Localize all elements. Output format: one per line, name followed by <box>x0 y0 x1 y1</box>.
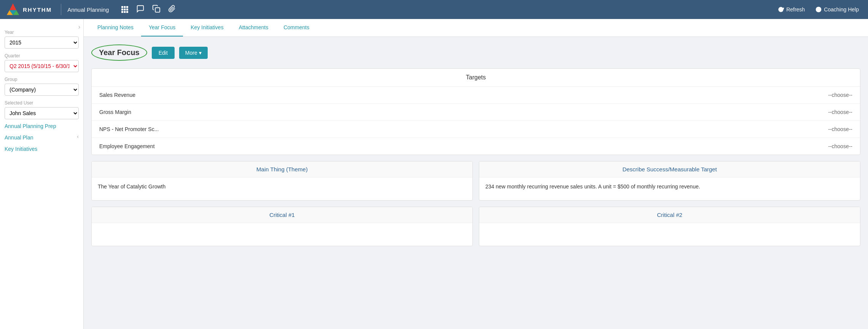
sidebar-item-key-initiatives[interactable]: Key Initiatives <box>5 142 79 153</box>
sidebar-collapse-button[interactable]: › <box>78 24 80 30</box>
logo-icon <box>6 3 20 16</box>
svg-marker-1 <box>10 3 16 10</box>
coaching-help-button[interactable]: Coaching Help <box>812 5 862 14</box>
year-focus-header: Year Focus Edit More ▾ <box>91 44 860 61</box>
main-thing-body: The Year of Catalytic Growth <box>92 177 472 200</box>
nav-divider <box>61 4 61 15</box>
main-content: Planning Notes Year Focus Key Initiative… <box>84 19 868 329</box>
svg-rect-12 <box>121 11 123 13</box>
target-value-sales-revenue[interactable]: --choose-- <box>828 92 852 98</box>
more-button[interactable]: More ▾ <box>179 47 208 59</box>
svg-rect-9 <box>121 9 123 11</box>
svg-rect-6 <box>121 6 123 8</box>
content-area: Year Focus Edit More ▾ Targets Sales Rev… <box>84 37 868 260</box>
describe-success-body: 234 new monthly recurring revenue sales … <box>479 177 860 200</box>
help-icon <box>816 6 822 13</box>
target-value-nps[interactable]: --choose-- <box>828 126 852 132</box>
table-row: NPS - Net Promoter Sc... --choose-- <box>92 121 860 138</box>
quarter-select[interactable]: Q2 2015 (5/10/15 - 6/30/15) <box>5 60 79 72</box>
main-thing-header: Main Thing (Theme) <box>92 161 472 177</box>
app-name: Annual Planning <box>67 6 109 13</box>
grid-icon[interactable] <box>119 4 130 15</box>
targets-header: Targets <box>92 69 860 87</box>
tab-comments[interactable]: Comments <box>276 19 317 36</box>
svg-rect-11 <box>126 9 128 11</box>
sidebar-item-annual-plan[interactable]: Annual Plan <box>5 131 33 142</box>
grid-svg <box>121 6 129 13</box>
copy-svg <box>152 5 161 13</box>
logo-area: RHYTHM <box>6 3 52 16</box>
selected-user-select[interactable]: John Sales <box>5 107 79 119</box>
refresh-button[interactable]: Refresh <box>775 5 808 14</box>
describe-success-card: Describe Success/Measurable Target 234 n… <box>479 161 860 201</box>
refresh-icon <box>778 6 784 13</box>
svg-rect-7 <box>124 6 126 8</box>
tab-attachments[interactable]: Attachments <box>231 19 276 36</box>
svg-rect-8 <box>126 6 128 8</box>
critical-1-header: Critical #1 <box>92 207 472 223</box>
critical-2-card: Critical #2 <box>479 207 860 246</box>
table-row: Sales Revenue --choose-- <box>92 87 860 104</box>
tab-planning-notes[interactable]: Planning Notes <box>90 19 141 36</box>
year-focus-title: Year Focus <box>91 44 147 61</box>
target-name-employee-engagement: Employee Engagement <box>99 143 828 149</box>
more-chevron-icon: ▾ <box>199 50 202 56</box>
chat-svg <box>136 5 145 13</box>
group-select[interactable]: (Company) <box>5 84 79 96</box>
target-name-sales-revenue: Sales Revenue <box>99 92 828 98</box>
critical-1-body <box>92 223 472 246</box>
top-navigation: RHYTHM Annual Planning <box>0 0 868 19</box>
target-value-gross-margin[interactable]: --choose-- <box>828 109 852 115</box>
paperclip-svg <box>168 5 176 13</box>
describe-success-header: Describe Success/Measurable Target <box>479 161 860 177</box>
chat-icon[interactable] <box>135 3 146 16</box>
tab-year-focus[interactable]: Year Focus <box>141 19 183 36</box>
main-thing-card: Main Thing (Theme) The Year of Catalytic… <box>91 161 473 201</box>
annual-plan-chevron-icon: ‹ <box>77 133 79 139</box>
tabs-bar: Planning Notes Year Focus Key Initiative… <box>84 19 868 37</box>
group-label: Group <box>5 77 79 82</box>
edit-button[interactable]: Edit <box>152 47 175 59</box>
critical-1-card: Critical #1 <box>91 207 473 246</box>
table-row: Employee Engagement --choose-- <box>92 138 860 155</box>
critical-row: Critical #1 Critical #2 <box>91 207 860 246</box>
year-label: Year <box>5 30 79 35</box>
selected-user-label: Selected User <box>5 100 79 106</box>
year-select[interactable]: 2015 <box>5 36 79 49</box>
critical-2-body <box>479 223 860 246</box>
copy-icon[interactable] <box>151 3 162 16</box>
main-thing-row: Main Thing (Theme) The Year of Catalytic… <box>91 161 860 201</box>
svg-rect-13 <box>124 11 126 13</box>
quarter-label: Quarter <box>5 53 79 59</box>
sidebar: › Year 2015 Quarter Q2 2015 (5/10/15 - 6… <box>0 19 84 329</box>
svg-rect-14 <box>126 11 128 13</box>
target-name-gross-margin: Gross Margin <box>99 109 828 115</box>
critical-2-header: Critical #2 <box>479 207 860 223</box>
targets-section: Targets Sales Revenue --choose-- Gross M… <box>91 68 860 155</box>
table-row: Gross Margin --choose-- <box>92 104 860 121</box>
target-name-nps: NPS - Net Promoter Sc... <box>99 126 828 132</box>
paperclip-icon[interactable] <box>167 3 177 16</box>
logo-text: RHYTHM <box>23 6 52 13</box>
svg-rect-10 <box>124 9 126 11</box>
target-value-employee-engagement[interactable]: --choose-- <box>828 143 852 149</box>
svg-rect-15 <box>156 8 160 12</box>
sidebar-item-annual-planning-prep[interactable]: Annual Planning Prep <box>5 119 79 131</box>
tab-key-initiatives[interactable]: Key Initiatives <box>183 19 231 36</box>
